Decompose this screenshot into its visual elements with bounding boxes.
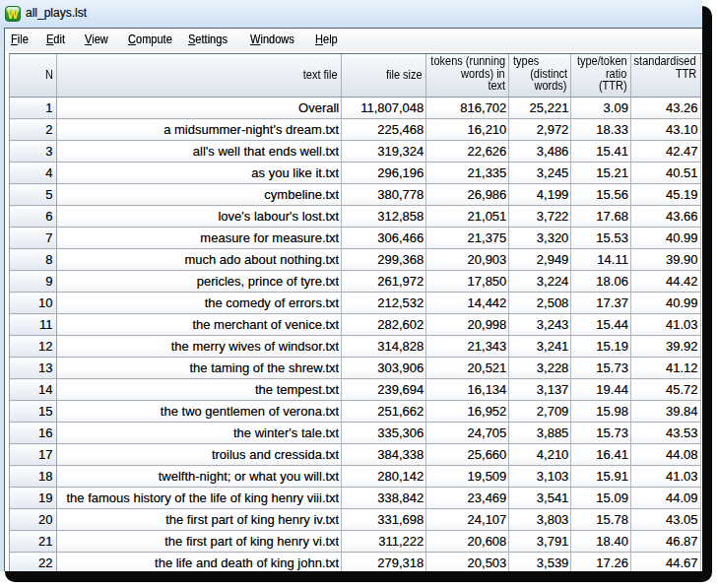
svg-text:W: W — [8, 8, 19, 22]
